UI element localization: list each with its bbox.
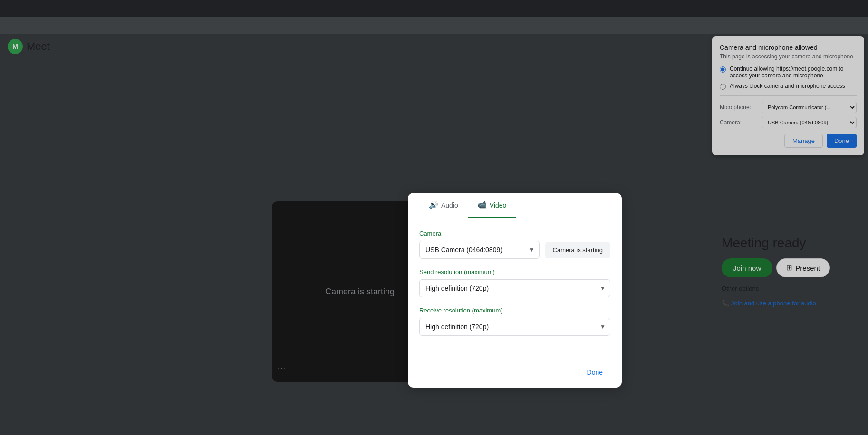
audio-tab-label: Audio xyxy=(441,201,458,209)
send-resolution-label: Send resolution (maximum) xyxy=(419,268,610,275)
send-resolution-section: Send resolution (maximum) High definitio… xyxy=(419,268,610,297)
camera-section: Camera USB Camera (046d:0809) ▼ Camera i… xyxy=(419,230,610,259)
send-resolution-dropdown-wrap: High definition (720p) ▼ xyxy=(419,279,610,297)
send-resolution-dropdown[interactable]: High definition (720p) xyxy=(419,279,610,297)
settings-modal: 🔊 Audio 📹 Video Camera USB Camera (046d:… xyxy=(408,193,622,388)
video-tab-icon: 📹 xyxy=(477,200,487,209)
send-resolution-row: High definition (720p) ▼ xyxy=(419,279,610,297)
settings-footer: Done xyxy=(408,357,622,388)
main-area: M Meet Camera is starting ... 🎤 Meeting … xyxy=(0,17,868,435)
tab-video[interactable]: 📹 Video xyxy=(468,193,516,218)
receive-resolution-row: High definition (720p) ▼ xyxy=(419,318,610,336)
audio-tab-icon: 🔊 xyxy=(429,200,438,209)
camera-starting-badge: Camera is starting xyxy=(545,242,610,258)
settings-content: Camera USB Camera (046d:0809) ▼ Camera i… xyxy=(408,218,622,357)
receive-resolution-section: Receive resolution (maximum) High defini… xyxy=(419,307,610,336)
settings-done-button[interactable]: Done xyxy=(579,365,610,380)
receive-resolution-dropdown-wrap: High definition (720p) ▼ xyxy=(419,318,610,336)
camera-dropdown-wrap: USB Camera (046d:0809) ▼ xyxy=(419,241,540,259)
receive-resolution-label: Receive resolution (maximum) xyxy=(419,307,610,314)
camera-row: USB Camera (046d:0809) ▼ Camera is start… xyxy=(419,241,610,259)
receive-resolution-dropdown[interactable]: High definition (720p) xyxy=(419,318,610,336)
settings-tabs: 🔊 Audio 📹 Video xyxy=(408,193,622,218)
browser-top-bar xyxy=(0,0,868,17)
camera-section-label: Camera xyxy=(419,230,610,237)
tab-audio[interactable]: 🔊 Audio xyxy=(419,193,468,218)
video-tab-label: Video xyxy=(490,201,507,209)
camera-dropdown[interactable]: USB Camera (046d:0809) xyxy=(419,241,540,259)
